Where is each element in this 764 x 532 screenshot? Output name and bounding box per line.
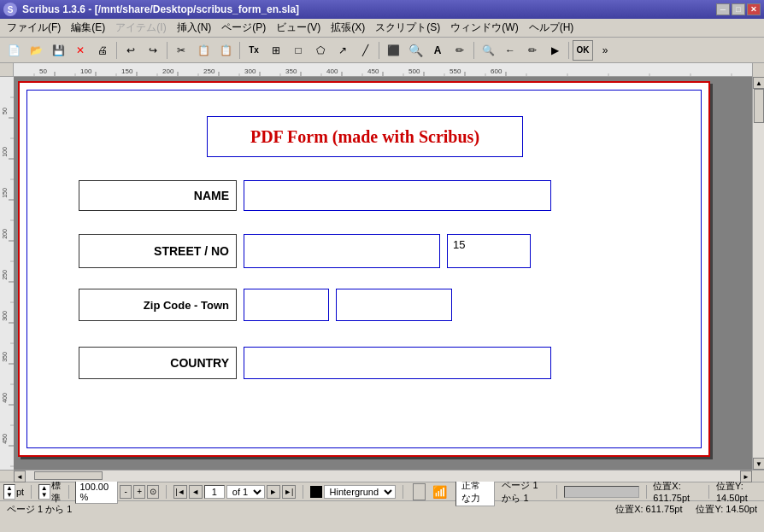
ok-btn[interactable]: OK [573, 40, 593, 61]
menu-extend[interactable]: 拡張(X) [326, 19, 370, 37]
menu-item[interactable]: アイテム(I) [110, 19, 171, 37]
street-input[interactable] [244, 234, 440, 268]
document-page: PDF Form (made with Scribus) NAME STREET… [18, 81, 710, 457]
minimize-button[interactable]: ─ [716, 3, 730, 15]
svg-text:200: 200 [162, 67, 174, 75]
bottom-pos-x: 位置X: 611.75pt [615, 503, 682, 516]
zip-input[interactable] [244, 289, 329, 321]
style-down[interactable]: ▼ [41, 492, 48, 499]
svg-text:250: 250 [2, 270, 8, 280]
menu-window[interactable]: ウィンドウ(W) [445, 19, 523, 37]
shape-tool[interactable]: □ [288, 40, 309, 61]
text-tool[interactable]: Tx [244, 40, 264, 61]
style-spinner[interactable]: ▲ ▼ [38, 484, 50, 500]
street-number-input[interactable]: 15 [447, 234, 531, 268]
svg-text:500: 500 [408, 67, 420, 75]
menu-page[interactable]: ページ(P) [216, 19, 271, 37]
unit-spinner[interactable]: ▲ ▼ [3, 484, 15, 500]
color-fill[interactable]: ⬛ [383, 40, 403, 61]
edit-content[interactable]: ✏ [450, 40, 470, 61]
zoom-reset-btn[interactable]: ⊙ [147, 485, 159, 499]
line-tool[interactable]: ↗ [332, 40, 353, 61]
divider3 [166, 485, 167, 499]
scroll-up-button[interactable]: ▲ [753, 77, 764, 89]
open-button[interactable]: 📂 [26, 40, 46, 61]
svg-text:600: 600 [491, 67, 502, 75]
sep2 [167, 42, 167, 59]
scroll-h-thumb[interactable] [34, 471, 103, 480]
scrollbar-vertical[interactable]: ▲ ▼ [752, 77, 764, 470]
unit-down[interactable]: ▼ [6, 492, 13, 499]
table-tool[interactable]: ⊞ [266, 40, 286, 61]
zoom-value[interactable]: 100.00 % [75, 480, 118, 504]
zoom-out[interactable]: 🔍 [478, 40, 498, 61]
more-btn[interactable]: » [595, 40, 615, 61]
country-input[interactable] [244, 347, 551, 379]
save-button[interactable]: 💾 [48, 40, 68, 61]
play-btn[interactable]: ▶ [544, 40, 565, 61]
eyedropper[interactable]: 🔍 [405, 40, 426, 61]
unit-value: pt [16, 487, 24, 497]
divider5 [403, 485, 403, 499]
window-title: Scribus 1.3.6 - [/mnt/share/Desktop/scri… [22, 3, 299, 15]
close-button[interactable]: ✕ [747, 3, 761, 15]
cut-button[interactable]: ✂ [171, 40, 191, 61]
close-doc-button[interactable]: ✕ [70, 40, 91, 61]
zoom-section: 100.00 % - + ⊙ [75, 480, 159, 504]
new-button[interactable]: 📄 [3, 40, 24, 61]
town-input[interactable] [336, 289, 452, 321]
scroll-v-thumb[interactable] [754, 89, 764, 123]
redo-button[interactable]: ↪ [143, 40, 163, 61]
menu-edit[interactable]: 編集(E) [66, 19, 110, 37]
main-area: 50 100 150 200 250 300 350 400 450 [0, 77, 764, 470]
menu-file[interactable]: ファイル(F) [2, 19, 66, 37]
scroll-h-left-corner [0, 471, 14, 482]
ruler-area: 50 100 150 200 250 300 350 400 450 500 5… [0, 63, 764, 77]
name-input[interactable] [244, 180, 551, 211]
arrow-back[interactable]: ← [500, 40, 520, 61]
form-title-box: PDF Form (made with Scribus) [207, 116, 523, 157]
svg-text:50: 50 [2, 108, 8, 114]
copy-button[interactable]: 📋 [193, 40, 214, 61]
svg-text:100: 100 [2, 147, 8, 157]
menu-view[interactable]: ビュー(V) [271, 19, 326, 37]
layer-color-swatch [310, 486, 322, 498]
zoom-increase-btn[interactable]: + [133, 485, 145, 499]
layer-section: Hintergrund [310, 485, 396, 499]
scroll-left-button[interactable]: ◄ [14, 471, 26, 482]
page-next-btn[interactable]: ► [267, 485, 280, 499]
scroll-v-track [753, 89, 764, 458]
scroll-down-button[interactable]: ▼ [753, 458, 764, 470]
maximize-button[interactable]: □ [732, 3, 745, 15]
page-first-btn[interactable]: |◄ [173, 485, 187, 499]
page-prev-btn[interactable]: ◄ [189, 485, 203, 499]
undo-button[interactable]: ↩ [120, 40, 141, 61]
svg-text:350: 350 [285, 67, 297, 75]
divider8 [708, 485, 709, 499]
divider4 [303, 485, 303, 499]
menu-help[interactable]: ヘルプ(H) [524, 19, 579, 37]
form-title-text: PDF Form (made with Scribus) [250, 127, 479, 147]
svg-text:400: 400 [326, 67, 338, 75]
horizontal-ruler: 50 100 150 200 250 300 350 400 450 500 5… [14, 63, 752, 77]
polygon-tool[interactable]: ⬠ [310, 40, 331, 61]
preview-btn[interactable] [413, 483, 426, 500]
divider2 [68, 485, 69, 499]
page-total-select[interactable]: of 1 [226, 485, 265, 499]
paste-button[interactable]: 📋 [215, 40, 236, 61]
page-current-input[interactable]: 1 [204, 485, 225, 499]
menu-script[interactable]: スクリプト(S) [370, 19, 445, 37]
zoom-decrease-btn[interactable]: - [120, 485, 132, 499]
street-label: STREET / NO [79, 234, 237, 268]
menu-insert[interactable]: 挿入(N) [172, 19, 217, 37]
pen-tool[interactable]: ╱ [355, 40, 375, 61]
wifi-icon: 📶 [432, 485, 447, 499]
name-label: NAME [79, 180, 237, 211]
page-last-btn[interactable]: ►| [282, 485, 296, 499]
scroll-h-track [26, 471, 740, 482]
style-value: 標準 [51, 479, 62, 505]
layer-select[interactable]: Hintergrund [324, 485, 396, 499]
print-button[interactable]: 🖨 [92, 40, 113, 61]
font-tool[interactable]: A [427, 40, 448, 61]
edit-btn[interactable]: ✏ [522, 40, 543, 61]
